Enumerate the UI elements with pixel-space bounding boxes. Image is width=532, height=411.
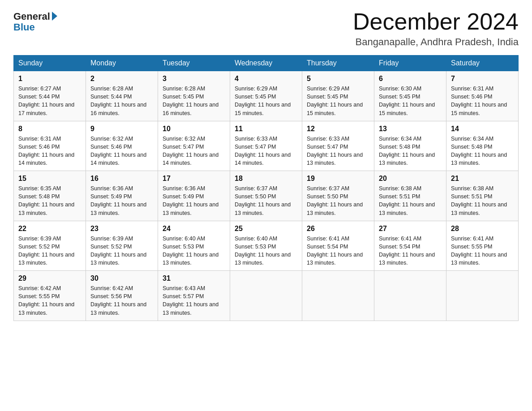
table-row: 26 Sunrise: 6:41 AMSunset: 5:54 PMDaylig… — [302, 221, 374, 271]
col-saturday: Saturday — [446, 56, 519, 71]
day-info: Sunrise: 6:28 AMSunset: 5:45 PMDaylight:… — [163, 85, 225, 117]
table-row: 16 Sunrise: 6:36 AMSunset: 5:49 PMDaylig… — [86, 171, 158, 221]
table-row: 19 Sunrise: 6:37 AMSunset: 5:50 PMDaylig… — [302, 171, 374, 221]
table-row — [374, 271, 446, 321]
day-number: 1 — [18, 75, 81, 83]
day-number: 23 — [90, 225, 153, 233]
day-number: 6 — [379, 75, 442, 83]
day-number: 17 — [163, 175, 225, 183]
day-number: 28 — [451, 225, 514, 233]
day-number: 2 — [90, 75, 153, 83]
table-row: 12 Sunrise: 6:33 AMSunset: 5:47 PMDaylig… — [302, 121, 374, 171]
day-info: Sunrise: 6:27 AMSunset: 5:44 PMDaylight:… — [18, 85, 81, 117]
day-info: Sunrise: 6:35 AMSunset: 5:48 PMDaylight:… — [18, 184, 81, 217]
month-title: December 2024 — [353, 9, 519, 34]
day-info: Sunrise: 6:43 AMSunset: 5:57 PMDaylight:… — [163, 284, 225, 317]
day-number: 3 — [163, 75, 225, 83]
day-number: 9 — [90, 125, 153, 133]
day-info: Sunrise: 6:33 AMSunset: 5:47 PMDaylight:… — [235, 135, 297, 167]
table-row: 4 Sunrise: 6:29 AMSunset: 5:45 PMDayligh… — [230, 71, 302, 121]
table-row: 1 Sunrise: 6:27 AMSunset: 5:44 PMDayligh… — [14, 71, 86, 121]
day-number: 4 — [235, 75, 297, 83]
day-info: Sunrise: 6:29 AMSunset: 5:45 PMDaylight:… — [235, 85, 297, 117]
table-row: 15 Sunrise: 6:35 AMSunset: 5:48 PMDaylig… — [14, 171, 86, 221]
day-number: 19 — [307, 175, 369, 183]
logo-blue-text: Blue — [13, 21, 35, 33]
day-number: 22 — [18, 225, 81, 233]
day-number: 8 — [18, 125, 81, 133]
calendar-week-row: 22 Sunrise: 6:39 AMSunset: 5:52 PMDaylig… — [14, 221, 519, 271]
day-info: Sunrise: 6:42 AMSunset: 5:56 PMDaylight:… — [90, 284, 153, 317]
day-number: 5 — [307, 75, 369, 83]
table-row: 8 Sunrise: 6:31 AMSunset: 5:46 PMDayligh… — [14, 121, 86, 171]
day-info: Sunrise: 6:40 AMSunset: 5:53 PMDaylight:… — [163, 235, 225, 267]
table-row: 17 Sunrise: 6:36 AMSunset: 5:49 PMDaylig… — [158, 171, 230, 221]
day-number: 31 — [163, 274, 225, 283]
table-row: 28 Sunrise: 6:41 AMSunset: 5:55 PMDaylig… — [446, 221, 519, 271]
page-header: General Blue December 2024 Banganapalle,… — [13, 9, 519, 48]
table-row: 18 Sunrise: 6:37 AMSunset: 5:50 PMDaylig… — [230, 171, 302, 221]
table-row: 3 Sunrise: 6:28 AMSunset: 5:45 PMDayligh… — [158, 71, 230, 121]
table-row: 10 Sunrise: 6:32 AMSunset: 5:47 PMDaylig… — [158, 121, 230, 171]
col-wednesday: Wednesday — [230, 56, 302, 71]
title-block: December 2024 Banganapalle, Andhra Prade… — [353, 9, 519, 48]
table-row: 22 Sunrise: 6:39 AMSunset: 5:52 PMDaylig… — [14, 221, 86, 271]
table-row: 2 Sunrise: 6:28 AMSunset: 5:44 PMDayligh… — [86, 71, 158, 121]
day-info: Sunrise: 6:36 AMSunset: 5:49 PMDaylight:… — [90, 184, 153, 217]
day-number: 26 — [307, 225, 369, 233]
table-row: 31 Sunrise: 6:43 AMSunset: 5:57 PMDaylig… — [158, 271, 230, 321]
day-info: Sunrise: 6:28 AMSunset: 5:44 PMDaylight:… — [90, 85, 153, 117]
logo-arrow-icon — [52, 12, 57, 21]
day-number: 10 — [163, 125, 225, 133]
col-tuesday: Tuesday — [158, 56, 230, 71]
calendar-table: Sunday Monday Tuesday Wednesday Thursday… — [13, 55, 519, 321]
calendar-week-row: 1 Sunrise: 6:27 AMSunset: 5:44 PMDayligh… — [14, 71, 519, 121]
table-row: 25 Sunrise: 6:40 AMSunset: 5:53 PMDaylig… — [230, 221, 302, 271]
day-info: Sunrise: 6:36 AMSunset: 5:49 PMDaylight:… — [163, 184, 225, 217]
table-row: 7 Sunrise: 6:31 AMSunset: 5:46 PMDayligh… — [446, 71, 519, 121]
table-row: 9 Sunrise: 6:32 AMSunset: 5:46 PMDayligh… — [86, 121, 158, 171]
table-row: 30 Sunrise: 6:42 AMSunset: 5:56 PMDaylig… — [86, 271, 158, 321]
table-row: 27 Sunrise: 6:41 AMSunset: 5:54 PMDaylig… — [374, 221, 446, 271]
day-info: Sunrise: 6:37 AMSunset: 5:50 PMDaylight:… — [307, 184, 369, 217]
day-number: 13 — [379, 125, 442, 133]
day-number: 7 — [451, 75, 514, 83]
table-row: 21 Sunrise: 6:38 AMSunset: 5:51 PMDaylig… — [446, 171, 519, 221]
day-number: 16 — [90, 175, 153, 183]
day-info: Sunrise: 6:39 AMSunset: 5:52 PMDaylight:… — [18, 235, 81, 267]
day-number: 18 — [235, 175, 297, 183]
table-row: 24 Sunrise: 6:40 AMSunset: 5:53 PMDaylig… — [158, 221, 230, 271]
col-friday: Friday — [374, 56, 446, 71]
col-monday: Monday — [86, 56, 158, 71]
day-info: Sunrise: 6:33 AMSunset: 5:47 PMDaylight:… — [307, 135, 369, 167]
day-info: Sunrise: 6:41 AMSunset: 5:54 PMDaylight:… — [307, 235, 369, 267]
table-row — [230, 271, 302, 321]
table-row: 20 Sunrise: 6:38 AMSunset: 5:51 PMDaylig… — [374, 171, 446, 221]
table-row: 14 Sunrise: 6:34 AMSunset: 5:48 PMDaylig… — [446, 121, 519, 171]
day-info: Sunrise: 6:41 AMSunset: 5:54 PMDaylight:… — [379, 235, 442, 267]
col-sunday: Sunday — [14, 56, 86, 71]
day-info: Sunrise: 6:32 AMSunset: 5:47 PMDaylight:… — [163, 135, 225, 167]
logo-general-label: General — [13, 11, 50, 22]
day-info: Sunrise: 6:39 AMSunset: 5:52 PMDaylight:… — [90, 235, 153, 267]
col-thursday: Thursday — [302, 56, 374, 71]
table-row — [302, 271, 374, 321]
day-info: Sunrise: 6:34 AMSunset: 5:48 PMDaylight:… — [379, 135, 442, 167]
calendar-week-row: 29 Sunrise: 6:42 AMSunset: 5:55 PMDaylig… — [14, 271, 519, 321]
table-row: 6 Sunrise: 6:30 AMSunset: 5:45 PMDayligh… — [374, 71, 446, 121]
calendar-week-row: 8 Sunrise: 6:31 AMSunset: 5:46 PMDayligh… — [14, 121, 519, 171]
table-row — [446, 271, 519, 321]
day-number: 15 — [18, 175, 81, 183]
location-subtitle: Banganapalle, Andhra Pradesh, India — [353, 36, 519, 48]
calendar-week-row: 15 Sunrise: 6:35 AMSunset: 5:48 PMDaylig… — [14, 171, 519, 221]
day-info: Sunrise: 6:38 AMSunset: 5:51 PMDaylight:… — [451, 184, 514, 217]
day-number: 30 — [90, 274, 153, 283]
table-row: 11 Sunrise: 6:33 AMSunset: 5:47 PMDaylig… — [230, 121, 302, 171]
table-row: 23 Sunrise: 6:39 AMSunset: 5:52 PMDaylig… — [86, 221, 158, 271]
table-row: 13 Sunrise: 6:34 AMSunset: 5:48 PMDaylig… — [374, 121, 446, 171]
table-row: 29 Sunrise: 6:42 AMSunset: 5:55 PMDaylig… — [14, 271, 86, 321]
day-number: 21 — [451, 175, 514, 183]
day-info: Sunrise: 6:32 AMSunset: 5:46 PMDaylight:… — [90, 135, 153, 167]
day-info: Sunrise: 6:37 AMSunset: 5:50 PMDaylight:… — [235, 184, 297, 217]
table-row: 5 Sunrise: 6:29 AMSunset: 5:45 PMDayligh… — [302, 71, 374, 121]
